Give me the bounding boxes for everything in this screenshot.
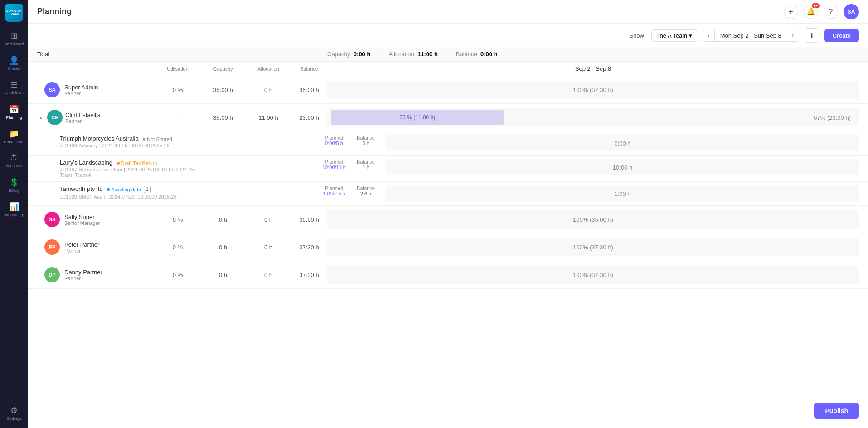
prev-date-button[interactable]: ‹ [703, 29, 714, 41]
left-headers: Utilisation Capacity Allocation Balance [37, 66, 327, 72]
company-logo[interactable]: COMPANY LOGO [5, 4, 23, 22]
sidebar-item-planning[interactable]: 📅 Planning [2, 101, 26, 123]
timesheets-icon: ⏱ [10, 153, 18, 163]
status-dot-larry [117, 162, 120, 165]
job-week-tamworth: 1:00 h [386, 185, 859, 202]
util-dp: 0 % [155, 272, 200, 278]
sidebar-item-settings[interactable]: ⚙ Settings [2, 402, 26, 424]
person-info-sa: SA Super Admin Partner [37, 82, 155, 97]
person-info-ss: SS Sally Super Senior Manager [37, 212, 155, 227]
person-details-ce: Clint Estavilla Partner [65, 112, 101, 124]
util-sa: 0 % [155, 87, 200, 93]
planning-content: Total Capacity: 0:00 h Allocation: 11:00… [28, 47, 868, 428]
avatar-ce: CE [47, 110, 63, 125]
date-navigator: ‹ Mon Sep 2 - Sun Sep 8 › [703, 29, 799, 42]
job-balance-tamworth: Balance 2.6 h [350, 185, 382, 196]
alloc-pp: 0 h [246, 244, 291, 251]
settings-icon: ⚙ [10, 405, 18, 415]
person-name-ss: Sally Super [64, 214, 100, 220]
week-header: Sep 2 - Sep 8 [327, 65, 859, 72]
job-week-triumph: 0:00 h [386, 135, 859, 151]
help-button[interactable]: ? [824, 5, 838, 19]
expand-ce-button[interactable]: ▲ [37, 114, 44, 121]
next-date-button[interactable]: › [787, 29, 799, 41]
bal-ce: 23:00 h [291, 114, 327, 121]
job-planned-larry: Planned 10:00/11 h [318, 159, 350, 170]
sidebar-item-label: Clients [8, 66, 20, 71]
status-label-tamworth: Awaiting data [111, 187, 141, 192]
add-button[interactable]: + [784, 5, 798, 19]
billing-icon: 💲 [9, 177, 19, 187]
job-meta-larry: JC1487-Business Tax return | 2024-09-25T… [60, 167, 318, 172]
sidebar-item-reporting[interactable]: 📊 Reporting [2, 198, 26, 221]
balance-header: Balance [291, 66, 327, 72]
sidebar-item-documents[interactable]: 📁 Documents [2, 125, 26, 148]
balance-value: 0:00 h [480, 51, 498, 58]
status-dot-triumph [143, 138, 145, 141]
person-row-pp: PP Peter Partner Partner 0 % 0 h 0 h 37:… [28, 233, 868, 261]
job-name-triumph: Triumph Motorcycles Australia Not Starte… [60, 135, 318, 142]
person-name-dp: Danny Partner [64, 269, 102, 276]
job-balance-larry: Balance 1 h [350, 159, 382, 170]
sidebar-item-label: Planning [6, 115, 22, 120]
utilisation-header: Utilisation [155, 66, 200, 72]
person-role-pp: Partner [64, 248, 99, 253]
week-ce: 33 % (11:00 h) 67% (23:00 h) [327, 108, 859, 126]
sidebar-item-label: Settings [7, 416, 22, 421]
avatar-pp: PP [44, 239, 60, 255]
user-avatar[interactable]: SA [844, 4, 859, 19]
sidebar-item-clients[interactable]: 👤 Clients [2, 52, 26, 74]
chevron-down-icon: ▾ [689, 32, 692, 39]
job-meta-triumph: JC1488-Advisory | 2024-09-25T00:00:00 20… [60, 143, 318, 148]
sidebar: COMPANY LOGO ⊞ Dashboard 👤 Clients ☰ Wor… [0, 0, 28, 428]
status-label-larry: Draft Tax Return [121, 160, 157, 166]
publish-button[interactable]: Publish [814, 403, 859, 419]
week-val-sa: 100% (37:30 h) [573, 87, 613, 93]
sidebar-item-workflows[interactable]: ☰ Workflows [2, 76, 26, 99]
create-button[interactable]: Create [824, 29, 859, 42]
person-info-ce: ▲ CE Clint Estavilla Partner [37, 110, 155, 125]
sidebar-item-dashboard[interactable]: ⊞ Dashboard [2, 27, 26, 50]
util-ss: 0 % [155, 216, 200, 223]
alloc-bar-ce: 33 % (11:00 h) [331, 110, 504, 125]
person-row-ce: ▲ CE Clint Estavilla Partner - 35:00 h 1… [28, 104, 868, 131]
allocation-value: 11:00 h [417, 51, 438, 58]
job-planned-tamworth: Planned 1:00/2.6 h [318, 185, 350, 196]
team-name: The A Team [656, 32, 687, 39]
allocation-summary: Allocation: 11:00 h [388, 51, 437, 58]
job-meta-tamworth: JC1320-SMSF Audit | 2024-07-29T00:00:00 … [60, 194, 318, 199]
alloc-ss: 0 h [246, 216, 291, 223]
clients-icon: 👤 [9, 55, 19, 65]
cap-pp: 0 h [200, 244, 246, 251]
reporting-icon: 📊 [9, 202, 19, 212]
bal-sa: 35:00 h [291, 87, 327, 93]
person-details-ss: Sally Super Senior Manager [64, 214, 100, 226]
sidebar-item-timesheets[interactable]: ⏱ Timesheets [2, 150, 26, 172]
avatar-dp: DP [44, 267, 60, 282]
job-left-tamworth: Tamworth pty ltd Awaiting data 1 JC1320-… [60, 185, 318, 199]
sidebar-item-label: Reporting [5, 213, 23, 217]
job-planned-triumph: Planned 0:00/5 h [318, 135, 350, 146]
alloc-sa: 0 h [246, 87, 291, 93]
cap-dp: 0 h [200, 272, 246, 278]
sidebar-item-label: Timesheets [4, 164, 24, 168]
summary-values: Capacity: 0:00 h Allocation: 11:00 h Bal… [327, 51, 859, 58]
bal-pp: 37:30 h [291, 244, 327, 251]
team-selector[interactable]: The A Team ▾ [651, 29, 697, 42]
notifications-button[interactable]: 🔔 9+ [804, 5, 818, 19]
sidebar-item-billing[interactable]: 💲 Billing [2, 174, 26, 196]
sidebar-item-label: Billing [9, 188, 19, 193]
show-label: Show: [629, 32, 645, 39]
cap-ce: 35:00 h [200, 114, 246, 121]
header-actions: + 🔔 9+ ? SA [784, 4, 859, 19]
documents-icon: 📁 [9, 129, 19, 139]
status-dot-tamworth [107, 188, 110, 191]
summary-bar: Total Capacity: 0:00 h Allocation: 11:00… [28, 47, 868, 62]
util-pp: 0 % [155, 244, 200, 251]
export-button[interactable]: ⬆ [805, 28, 819, 43]
person-left-ss: SS Sally Super Senior Manager 0 % 0 h 0 … [37, 212, 327, 227]
toolbar: Show: The A Team ▾ ‹ Mon Sep 2 - Sun Sep… [28, 24, 868, 47]
planning-icon: 📅 [9, 104, 19, 114]
person-role-ce: Partner [65, 118, 101, 124]
balance-summary: Balance: 0:00 h [456, 51, 498, 58]
